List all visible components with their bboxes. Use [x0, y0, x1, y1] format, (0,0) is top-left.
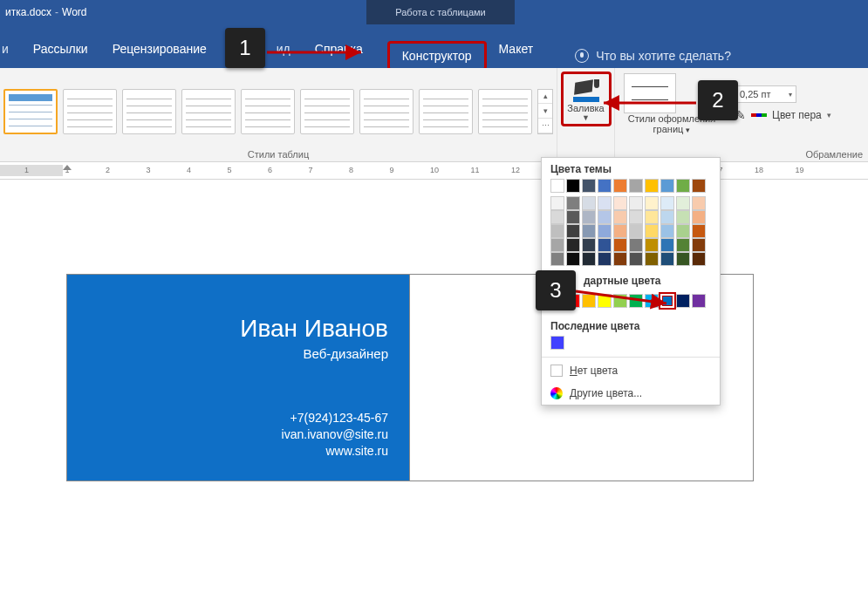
- color-swatch[interactable]: [598, 210, 612, 224]
- color-swatch[interactable]: [550, 238, 564, 252]
- color-swatch[interactable]: [645, 252, 659, 266]
- color-swatch[interactable]: [613, 179, 627, 193]
- color-swatch[interactable]: [629, 210, 643, 224]
- table-style-thumb[interactable]: [419, 89, 473, 134]
- color-swatch[interactable]: [629, 196, 643, 210]
- ruler-number: 8: [349, 166, 353, 174]
- color-swatch[interactable]: [550, 224, 564, 238]
- color-swatch[interactable]: [676, 238, 690, 252]
- indent-marker-icon[interactable]: [63, 163, 72, 177]
- table-style-thumb[interactable]: [63, 89, 117, 134]
- horizontal-ruler[interactable]: 112345678910111213141516171819: [0, 162, 868, 180]
- table-tools-contextual-label: Работа с таблицами: [366, 0, 515, 24]
- more-colors-menuitem[interactable]: Другие цвета...: [542, 382, 720, 405]
- color-swatch[interactable]: [550, 210, 564, 224]
- color-swatch[interactable]: [645, 238, 659, 252]
- color-swatch[interactable]: [676, 196, 690, 210]
- recent-colors-label: Последние цвета: [542, 315, 720, 336]
- color-swatch[interactable]: [660, 224, 674, 238]
- color-swatch[interactable]: [550, 252, 564, 266]
- color-swatch[interactable]: [566, 210, 580, 224]
- color-swatch[interactable]: [598, 179, 612, 193]
- color-swatch[interactable]: [692, 252, 706, 266]
- color-swatch[interactable]: [660, 179, 674, 193]
- color-swatch[interactable]: [598, 238, 612, 252]
- color-swatch[interactable]: [692, 196, 706, 210]
- color-swatch[interactable]: [582, 238, 596, 252]
- color-swatch[interactable]: [613, 196, 627, 210]
- color-swatch[interactable]: [582, 252, 596, 266]
- color-swatch[interactable]: [613, 252, 627, 266]
- color-swatch[interactable]: [645, 224, 659, 238]
- tell-me-search[interactable]: Что вы хотите сделать?: [575, 49, 731, 63]
- color-swatch[interactable]: [582, 210, 596, 224]
- color-swatch[interactable]: [692, 238, 706, 252]
- color-swatch[interactable]: [613, 238, 627, 252]
- color-swatch[interactable]: [692, 179, 706, 193]
- color-swatch[interactable]: [629, 224, 643, 238]
- pen-color-icon: [751, 113, 767, 117]
- color-swatch[interactable]: [598, 252, 612, 266]
- color-swatch[interactable]: [582, 196, 596, 210]
- table-styles-label: Стили таблиц: [0, 149, 557, 161]
- color-swatch[interactable]: [692, 210, 706, 224]
- theme-colors-label: Цвета темы: [542, 158, 720, 179]
- tab-cut-left[interactable]: и: [0, 35, 21, 63]
- ruler-number: 7: [309, 166, 313, 174]
- table-style-thumb[interactable]: [300, 89, 354, 134]
- color-swatch[interactable]: [550, 196, 564, 210]
- color-swatch[interactable]: [566, 179, 580, 193]
- document-name: итка.docx: [5, 6, 51, 18]
- tab-table-layout[interactable]: Макет: [487, 35, 546, 63]
- tab-table-design[interactable]: Конструктор: [387, 41, 487, 71]
- tab-mailings[interactable]: Рассылки: [21, 35, 100, 63]
- color-swatch[interactable]: [582, 224, 596, 238]
- table-style-thumb[interactable]: [241, 89, 295, 134]
- table-styles-group: ▴▾⋯ Стили таблиц: [0, 68, 557, 161]
- border-width-dropdown[interactable]: 0,25 пт▾: [735, 85, 796, 103]
- business-card-cell-filled[interactable]: Иван Иванов Веб-дизайнер +7(924)123-45-6…: [66, 274, 410, 481]
- card-role: Веб-дизайнер: [67, 346, 388, 361]
- color-swatch[interactable]: [566, 252, 580, 266]
- table-style-thumb[interactable]: [181, 89, 236, 134]
- color-swatch[interactable]: [629, 179, 643, 193]
- color-swatch[interactable]: [613, 224, 627, 238]
- card-email: ivan.ivanov@site.ru: [67, 426, 388, 443]
- color-swatch[interactable]: [676, 179, 690, 193]
- table-style-thumb[interactable]: [359, 89, 413, 134]
- color-swatch[interactable]: [645, 179, 659, 193]
- color-swatch[interactable]: [598, 224, 612, 238]
- ruler-number: 9: [390, 166, 394, 174]
- color-swatch[interactable]: [582, 179, 596, 193]
- color-swatch[interactable]: [692, 294, 706, 308]
- color-swatch[interactable]: [676, 210, 690, 224]
- ruler-number: 5: [228, 166, 232, 174]
- table-style-thumb[interactable]: [122, 89, 176, 134]
- color-swatch[interactable]: [676, 224, 690, 238]
- table-styles-more[interactable]: ▴▾⋯: [537, 89, 553, 134]
- color-swatch[interactable]: [645, 210, 659, 224]
- color-swatch[interactable]: [660, 210, 674, 224]
- no-color-menuitem[interactable]: Нет цвета: [542, 359, 720, 382]
- color-swatch[interactable]: [566, 224, 580, 238]
- color-swatch[interactable]: [660, 238, 674, 252]
- table-style-thumb[interactable]: [3, 89, 58, 134]
- color-swatch[interactable]: [598, 196, 612, 210]
- color-swatch[interactable]: [676, 252, 690, 266]
- ruler-number: 2: [106, 166, 110, 174]
- color-swatch[interactable]: [660, 196, 674, 210]
- color-swatch[interactable]: [613, 210, 627, 224]
- color-swatch[interactable]: [629, 238, 643, 252]
- color-swatch[interactable]: [660, 252, 674, 266]
- color-swatch[interactable]: [550, 179, 564, 193]
- color-swatch[interactable]: [566, 238, 580, 252]
- color-swatch[interactable]: [692, 224, 706, 238]
- color-swatch[interactable]: [566, 196, 580, 210]
- document-area[interactable]: Иван Иванов Веб-дизайнер +7(924)123-45-6…: [0, 180, 868, 593]
- table-style-thumb[interactable]: [478, 89, 532, 134]
- pen-color-dropdown[interactable]: ✎ Цвет пера ▾: [735, 108, 831, 122]
- color-swatch[interactable]: [550, 336, 564, 350]
- color-swatch[interactable]: [645, 196, 659, 210]
- color-swatch[interactable]: [629, 252, 643, 266]
- tab-review[interactable]: Рецензирование: [100, 35, 219, 63]
